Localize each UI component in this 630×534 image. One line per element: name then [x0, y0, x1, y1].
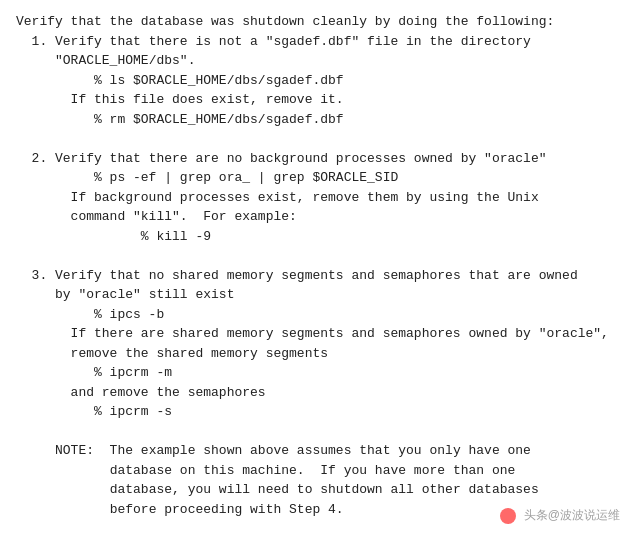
main-content: Verify that the database was shutdown cl… — [0, 0, 630, 534]
watermark: 头条@波波说运维 — [500, 506, 620, 524]
technical-text: Verify that the database was shutdown cl… — [16, 12, 614, 534]
watermark-icon — [500, 508, 516, 524]
watermark-text: 头条@波波说运维 — [524, 508, 620, 522]
